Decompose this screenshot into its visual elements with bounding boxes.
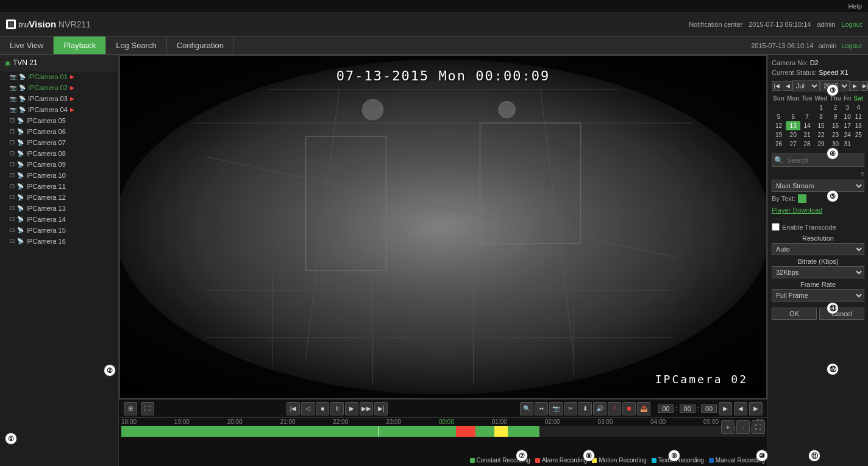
- timeline-zoom-out[interactable]: -: [736, 420, 750, 434]
- timeline-expand[interactable]: ⛶: [752, 420, 765, 434]
- cal-day-4[interactable]: 4: [853, 103, 865, 112]
- nav-live-view[interactable]: Live View: [0, 37, 54, 54]
- ok-button[interactable]: OK: [772, 308, 817, 320]
- next-frame-button[interactable]: ▶: [749, 402, 763, 415]
- cal-day-11[interactable]: 11: [853, 112, 865, 121]
- nav-playback[interactable]: Playback: [54, 37, 106, 54]
- cal-month-select[interactable]: JulJanFebMar AprMayJun AugSepOctNovDec: [792, 80, 820, 91]
- cal-day-31[interactable]: 31: [842, 139, 853, 149]
- go-button[interactable]: ▶: [719, 402, 732, 415]
- sidebar-item-camera-12[interactable]: ☐📡 IPCamera 12: [0, 192, 118, 203]
- timeline-area[interactable]: 18:00 19:00 20:00 21:00 22:00 23:00 00:0…: [119, 417, 767, 466]
- cal-day-15[interactable]: 15: [813, 121, 828, 130]
- sidebar-item-camera-8[interactable]: ☐📡 IPCamera 08: [0, 148, 118, 159]
- cal-day-20[interactable]: 20: [786, 130, 801, 139]
- sidebar-item-camera-1[interactable]: 📷 📡 IPCamera 01 ▶: [0, 71, 118, 82]
- play-button[interactable]: ▶: [345, 402, 358, 415]
- sidebar-item-camera-15[interactable]: ☐📡 IPCamera 15: [0, 225, 118, 236]
- stream-button[interactable]: 📤: [637, 402, 650, 415]
- minute-input[interactable]: [680, 404, 695, 413]
- search-settings-button[interactable]: ≡: [861, 171, 864, 177]
- enable-transcode-checkbox[interactable]: [772, 223, 780, 231]
- cal-prev-year[interactable]: |◀: [772, 81, 781, 91]
- sidebar-item-camera-5[interactable]: ☐📡 IPCamera 05: [0, 115, 118, 126]
- sidebar-item-camera-2[interactable]: 📷 📡 IPCamera 02 ▶: [0, 82, 118, 93]
- timeline-playhead[interactable]: [379, 426, 379, 437]
- next-file-button[interactable]: ▶|: [374, 402, 388, 415]
- resolution-select[interactable]: Auto CIF 4CIF 720P 1080P: [772, 243, 864, 255]
- cal-day-16[interactable]: 16: [828, 121, 842, 130]
- record-button[interactable]: ⏺: [622, 402, 636, 415]
- help-link[interactable]: Help: [848, 2, 862, 10]
- cal-day-23[interactable]: 23: [828, 130, 842, 139]
- cal-next-month[interactable]: ▶: [850, 81, 859, 91]
- hour-input[interactable]: [658, 404, 674, 413]
- alarm-button[interactable]: !: [608, 402, 621, 415]
- nav-log-search[interactable]: Log Search: [106, 37, 167, 54]
- prev-file-button[interactable]: |◀: [286, 402, 300, 415]
- cal-day-10[interactable]: 10: [842, 112, 853, 121]
- search-input[interactable]: [785, 155, 868, 166]
- cal-day-13[interactable]: 13: [786, 121, 801, 130]
- sidebar-item-camera-3[interactable]: 📷 📡 IPCamera 03 ▶: [0, 93, 118, 104]
- fast-forward-button[interactable]: ▶▶: [360, 402, 373, 415]
- cal-day-17[interactable]: 17: [842, 121, 853, 130]
- cal-day-27[interactable]: 27: [786, 139, 801, 149]
- clip-button[interactable]: ✂: [564, 402, 577, 415]
- layout-small-button[interactable]: ▪▪: [535, 402, 548, 415]
- layout-button[interactable]: ⊞: [124, 402, 137, 415]
- cal-day-1[interactable]: 1: [813, 103, 828, 112]
- cal-day-30[interactable]: 30: [828, 139, 842, 149]
- zoom-button[interactable]: 🔍: [520, 402, 533, 415]
- timeline-bar[interactable]: [121, 426, 765, 437]
- search-icon[interactable]: 🔍: [772, 154, 785, 166]
- sidebar-item-camera-13[interactable]: ☐📡 IPCamera 13: [0, 203, 118, 214]
- cal-year-select[interactable]: 201520142016: [820, 80, 850, 91]
- cal-day-7[interactable]: 7: [800, 112, 813, 121]
- sidebar-item-camera-6[interactable]: ☐📡 IPCamera 06: [0, 126, 118, 137]
- second-input[interactable]: [701, 404, 717, 413]
- cal-day-5[interactable]: 5: [772, 112, 786, 121]
- sidebar-item-camera-4[interactable]: 📷 📡 IPCamera 04 ▶: [0, 104, 118, 115]
- download-button[interactable]: ⬇: [578, 402, 592, 415]
- cal-day-3[interactable]: 3: [842, 103, 853, 112]
- cal-day-24[interactable]: 24: [842, 130, 853, 139]
- cal-day-19[interactable]: 19: [772, 130, 786, 139]
- cal-day-21[interactable]: 21: [800, 130, 813, 139]
- cal-day-26[interactable]: 26: [772, 139, 786, 149]
- fullscreen-button[interactable]: ⛶: [141, 402, 154, 415]
- framerate-select[interactable]: Full Frame Half Frame 1/4 Frame: [772, 289, 864, 302]
- cal-day-29[interactable]: 29: [813, 139, 828, 149]
- nav-logout[interactable]: Logout: [841, 42, 862, 49]
- cal-day-2[interactable]: 2: [828, 103, 842, 112]
- cal-day-8[interactable]: 8: [813, 112, 828, 121]
- bitrate-select[interactable]: 32Kbps 64Kbps 128Kbps 256Kbps 512Kbps: [772, 266, 864, 278]
- snapshot-button[interactable]: 📷: [549, 402, 563, 415]
- player-download-link[interactable]: Player Download: [772, 207, 864, 214]
- sidebar-item-camera-7[interactable]: ☐📡 IPCamera 07: [0, 137, 118, 148]
- notification-center-link[interactable]: Notification center: [689, 21, 742, 28]
- sidebar-item-camera-14[interactable]: ☐📡 IPCamera 14: [0, 214, 118, 225]
- sidebar-item-camera-9[interactable]: ☐📡 IPCamera 09: [0, 159, 118, 170]
- cancel-button[interactable]: Cancel: [819, 308, 864, 320]
- cal-day-12[interactable]: 12: [772, 121, 786, 130]
- cal-day-6[interactable]: 6: [786, 112, 801, 121]
- cal-day-25[interactable]: 25: [853, 130, 865, 139]
- stop-button[interactable]: ■: [316, 402, 329, 415]
- cal-day-18[interactable]: 18: [853, 121, 865, 130]
- nav-configuration[interactable]: Configuration: [167, 37, 234, 54]
- timeline-zoom-in[interactable]: +: [721, 420, 735, 434]
- cal-next-year[interactable]: ▶|: [861, 81, 868, 91]
- cal-day-22[interactable]: 22: [813, 130, 828, 139]
- cal-day-28[interactable]: 28: [800, 139, 813, 149]
- stream-select[interactable]: Main Stream Sub Stream: [772, 180, 864, 192]
- sidebar-item-camera-16[interactable]: ☐📡 IPCamera 16: [0, 236, 118, 247]
- sidebar-item-camera-10[interactable]: ☐📡 IPCamera 10: [0, 170, 118, 181]
- logout-button[interactable]: Logout: [841, 21, 862, 28]
- audio-button[interactable]: 🔊: [593, 402, 607, 415]
- pause-button[interactable]: ⏸: [330, 402, 344, 415]
- rewind-slow-button[interactable]: ◁: [301, 402, 315, 415]
- sidebar-item-camera-11[interactable]: ☐📡 IPCamera 11: [0, 181, 118, 192]
- cal-day-14[interactable]: 14: [800, 121, 813, 130]
- cal-prev-month[interactable]: ◀: [783, 81, 792, 91]
